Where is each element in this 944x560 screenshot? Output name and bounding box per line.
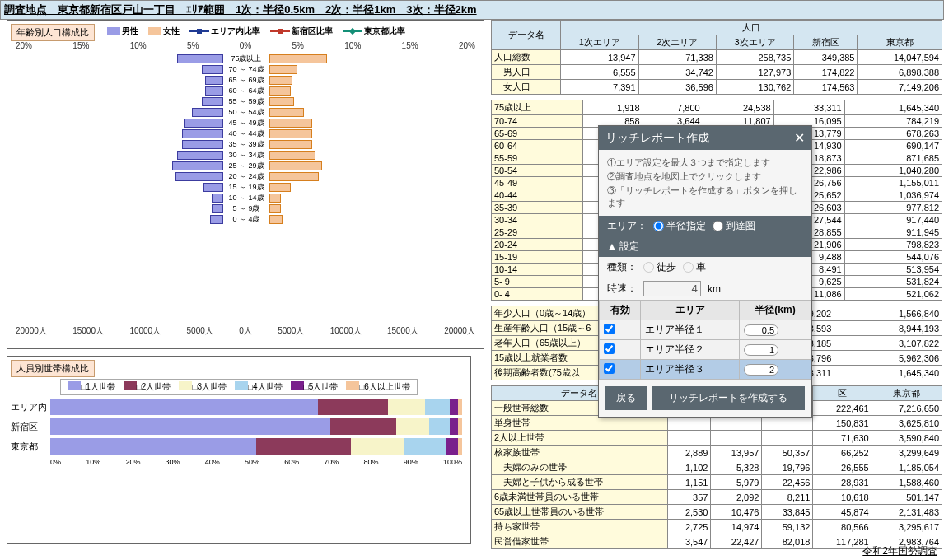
settings-header[interactable]: ▲ 設定	[599, 236, 811, 257]
chart1-title: 年齢別人口構成比	[11, 24, 95, 41]
pyramid-body: 75歳以上70 ～ 74歳65 ～ 69歳60 ～ 64歳55 ～ 59歳50 …	[11, 54, 475, 325]
reach-radio[interactable]: 到達圏	[713, 219, 755, 233]
back-button[interactable]: 戻る	[605, 386, 647, 410]
area-row-2: エリア半径２	[600, 340, 811, 360]
create-report-button[interactable]: リッチレポートを作成する	[652, 386, 805, 410]
chart2-legend: □1人世帯□2人世帯□3人世帯□4人世帯□5人世帯□6人以上世帯	[60, 379, 418, 395]
chart1-legend: 男性 女性 エリア内比率 新宿区比率 東京都比率	[107, 26, 405, 37]
movement-type-row: 種類： 徒歩 車	[599, 257, 811, 278]
speed-input[interactable]	[643, 281, 701, 296]
dialog-title: リッチレポート作成	[605, 131, 709, 146]
page-header: 調査地点 東京都新宿区戸山一丁目 ｴﾘｱ範囲 1次：半径0.5km 2次：半径1…	[0, 0, 944, 20]
area-row-3: エリア半径３	[600, 360, 811, 380]
area1-radius[interactable]	[744, 324, 778, 336]
chart2-axis: 0%10%20%30%40%50%60%70%80%90%100%	[50, 458, 462, 466]
car-radio[interactable]: 車	[683, 260, 706, 274]
area2-radius[interactable]	[744, 344, 778, 356]
age-pyramid-chart: 年齢別人口構成比 男性 女性 エリア内比率 新宿区比率 東京都比率 20%15%…	[7, 20, 484, 349]
walk-radio[interactable]: 徒歩	[643, 260, 676, 274]
dialog-area-type-row: エリア： 半径指定 到達圏	[599, 216, 811, 236]
household-chart: 人員別世帯構成比 □1人世帯□2人世帯□3人世帯□4人世帯□5人世帯□6人以上世…	[7, 356, 471, 544]
area-radius-table: 有効エリア半径(km) エリア半径１ エリア半径２ エリア半径３	[599, 300, 811, 380]
area2-enable[interactable]	[604, 343, 615, 354]
pyramid-top-axis: 20%15%10%5%0%5%10%15%20%	[11, 41, 480, 50]
pyramid-bottom-axis: 20000人15000人10000人5000人0人5000人10000人1500…	[11, 325, 480, 337]
dialog-title-bar[interactable]: リッチレポート作成 ✕	[599, 126, 811, 150]
area3-radius[interactable]	[744, 364, 778, 376]
radius-radio[interactable]: 半径指定	[653, 219, 706, 233]
chart2-title: 人員別世帯構成比	[11, 360, 95, 377]
area1-enable[interactable]	[604, 324, 615, 334]
footer-source: 令和2年国勢調査	[862, 544, 937, 558]
close-icon[interactable]: ✕	[794, 130, 805, 146]
rich-report-dialog: リッチレポート作成 ✕ ①エリア設定を最大３つまで指定します ②調査地点を地図上…	[598, 125, 812, 418]
speed-row: 時速： km	[599, 278, 811, 300]
area3-enable[interactable]	[604, 363, 615, 374]
dialog-hints: ①エリア設定を最大３つまで指定します ②調査地点を地図上でクリックします ③「リ…	[599, 150, 811, 216]
area-row-1: エリア半径１	[600, 320, 811, 340]
population-table: データ名人口1次エリア2次エリア3次エリア新宿区東京都人口総数13,94771,…	[491, 20, 942, 95]
chart2-bars: エリア内新宿区東京都	[11, 399, 467, 455]
